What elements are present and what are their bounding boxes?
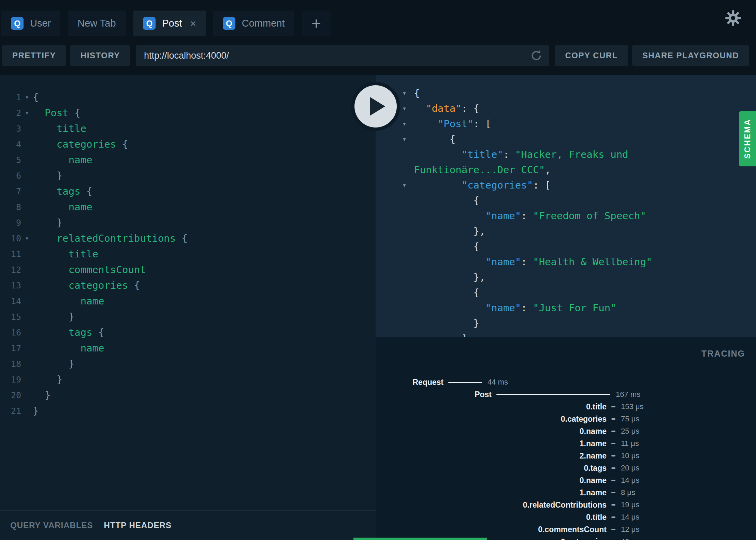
tracing-label: 1.name bbox=[376, 488, 607, 497]
line-number: 18 bbox=[0, 359, 21, 369]
schema-tab-label: SCHEMA bbox=[743, 119, 752, 159]
code-text: Funktionäre...Der CCC", bbox=[414, 164, 551, 176]
tracing-time: 40 μs bbox=[621, 537, 639, 540]
code-text: { bbox=[414, 195, 479, 206]
copy-curl-button[interactable]: COPY CURL bbox=[555, 45, 628, 66]
settings-gear-icon[interactable] bbox=[725, 10, 742, 28]
response-line: { bbox=[376, 193, 756, 208]
query-variables-tab[interactable]: QUERY VARIABLES bbox=[10, 521, 93, 530]
tracing-time: 12 μs bbox=[621, 525, 639, 534]
response-line: ▾ "categories": [ bbox=[376, 177, 756, 193]
share-playground-button[interactable]: SHARE PLAYGROUND bbox=[632, 45, 749, 66]
tracing-row: 0.title14 μs bbox=[376, 511, 756, 523]
editor-footer: QUERY VARIABLES HTTP HEADERS bbox=[0, 510, 376, 540]
code-text: } bbox=[33, 358, 74, 370]
editor-line: 2▾ Post { bbox=[0, 105, 376, 121]
tab-user[interactable]: QUser bbox=[1, 11, 60, 36]
response-viewer: ▾{▾ "data": {▾ "Post": [▾ { "title": "Ha… bbox=[376, 75, 756, 337]
tab-close-icon[interactable]: × bbox=[190, 18, 196, 29]
play-icon bbox=[370, 97, 385, 116]
tracing-label: 0.name bbox=[376, 476, 607, 485]
tracing-time: 153 μs bbox=[621, 402, 644, 411]
endpoint-url-bar bbox=[136, 45, 550, 66]
tab-post[interactable]: QPost× bbox=[133, 11, 206, 36]
editor-line: 6 } bbox=[0, 168, 376, 183]
tracing-row: 0.name14 μs bbox=[376, 474, 756, 486]
fold-arrow-icon[interactable]: ▾ bbox=[402, 89, 407, 97]
response-line: "title": "Hacker, Freaks und bbox=[376, 147, 756, 162]
line-number: 13 bbox=[0, 281, 21, 290]
code-text: { bbox=[414, 287, 479, 298]
tab-comment[interactable]: QComment bbox=[213, 11, 294, 36]
response-line: ] bbox=[376, 331, 756, 337]
editor-line: 18 } bbox=[0, 356, 376, 372]
tracing-time: 14 μs bbox=[621, 513, 639, 522]
tracing-row: 2.name10 μs bbox=[376, 450, 756, 462]
fold-arrow-icon[interactable]: ▾ bbox=[21, 109, 33, 117]
query-badge-icon: Q bbox=[11, 17, 24, 30]
tab-list: QUserNew TabQPost×QComment bbox=[1, 11, 302, 36]
tracing-row: Post167 ms bbox=[376, 388, 756, 401]
response-line: "name": "Freedom of Speech" bbox=[376, 208, 756, 223]
fold-arrow-icon[interactable]: ▾ bbox=[402, 120, 407, 128]
line-number: 3 bbox=[0, 124, 21, 134]
tracing-time: 20 μs bbox=[621, 464, 639, 472]
editor-line: 20 } bbox=[0, 387, 376, 403]
prettify-button[interactable]: PRETTIFY bbox=[2, 45, 66, 66]
schema-sidebar-tab[interactable]: SCHEMA bbox=[739, 111, 756, 166]
fold-arrow-icon[interactable]: ▾ bbox=[21, 93, 33, 101]
query-badge-icon: Q bbox=[223, 17, 235, 30]
endpoint-url-input[interactable] bbox=[144, 50, 530, 61]
response-line: Funktionäre...Der CCC", bbox=[376, 162, 756, 177]
tracing-row: Request44 ms bbox=[376, 376, 756, 388]
history-button[interactable]: HISTORY bbox=[70, 45, 130, 66]
response-line: ▾ "Post": [ bbox=[376, 116, 756, 131]
tab-new-tab[interactable]: New Tab bbox=[68, 11, 126, 36]
fold-arrow-icon[interactable]: ▾ bbox=[402, 135, 407, 143]
line-number: 16 bbox=[0, 328, 21, 338]
editor-line: 17 name bbox=[0, 340, 376, 356]
tracing-row: 1.name11 μs bbox=[376, 437, 756, 450]
tracing-label: 2.name bbox=[376, 451, 607, 461]
tracing-time: 75 μs bbox=[621, 415, 639, 423]
tab-bar: QUserNew TabQPost×QComment + bbox=[0, 0, 756, 36]
line-number: 20 bbox=[0, 390, 21, 400]
code-text: } bbox=[33, 217, 62, 228]
line-number: 2 bbox=[0, 108, 21, 118]
editor-line: 21} bbox=[0, 403, 376, 419]
code-text: "name": "Health & Wellbeing" bbox=[414, 256, 652, 268]
editor-line: 4 categories { bbox=[0, 136, 376, 152]
reset-endpoint-icon[interactable] bbox=[529, 49, 543, 62]
tracing-row: 0.commentsCount12 μs bbox=[376, 523, 756, 536]
editor-line: 1▾{ bbox=[0, 89, 376, 105]
code-text: "Post": [ bbox=[414, 118, 491, 130]
workspace: 1▾{2▾ Post {3 title4 categories {5 name6… bbox=[0, 75, 756, 540]
response-line: ▾ "data": { bbox=[376, 101, 756, 116]
code-text: name bbox=[33, 201, 92, 213]
tracing-label: 0.tags bbox=[376, 464, 607, 473]
fold-arrow-icon[interactable]: ▾ bbox=[402, 104, 407, 112]
editor-line: 16 tags { bbox=[0, 325, 376, 340]
tracing-label: 1.name bbox=[376, 439, 607, 448]
fold-arrow-icon[interactable]: ▾ bbox=[402, 181, 407, 189]
code-text: } bbox=[414, 317, 479, 329]
tracing-toggle[interactable]: TRACING bbox=[701, 349, 745, 359]
tracing-time: 44 ms bbox=[488, 378, 508, 387]
code-text: { bbox=[414, 87, 420, 99]
add-tab-button[interactable]: + bbox=[302, 11, 331, 36]
code-text: { bbox=[33, 91, 39, 103]
fold-arrow-icon[interactable]: ▾ bbox=[21, 234, 33, 242]
line-number: 5 bbox=[0, 155, 21, 165]
line-number: 17 bbox=[0, 343, 21, 353]
tracing-time: 19 μs bbox=[621, 500, 639, 509]
response-line: }, bbox=[376, 223, 756, 239]
editor-line: 10▾ relatedContributions { bbox=[0, 230, 376, 246]
response-pane: ▾{▾ "data": {▾ "Post": [▾ { "title": "Ha… bbox=[376, 75, 756, 540]
line-number: 19 bbox=[0, 375, 21, 385]
tracing-label: 0.relatedContributions bbox=[376, 500, 607, 510]
http-headers-tab[interactable]: HTTP HEADERS bbox=[104, 521, 172, 530]
query-editor[interactable]: 1▾{2▾ Post {3 title4 categories {5 name6… bbox=[0, 75, 376, 510]
line-number: 4 bbox=[0, 139, 21, 149]
execute-query-button[interactable] bbox=[354, 85, 397, 127]
tab-label: Comment bbox=[242, 18, 285, 29]
